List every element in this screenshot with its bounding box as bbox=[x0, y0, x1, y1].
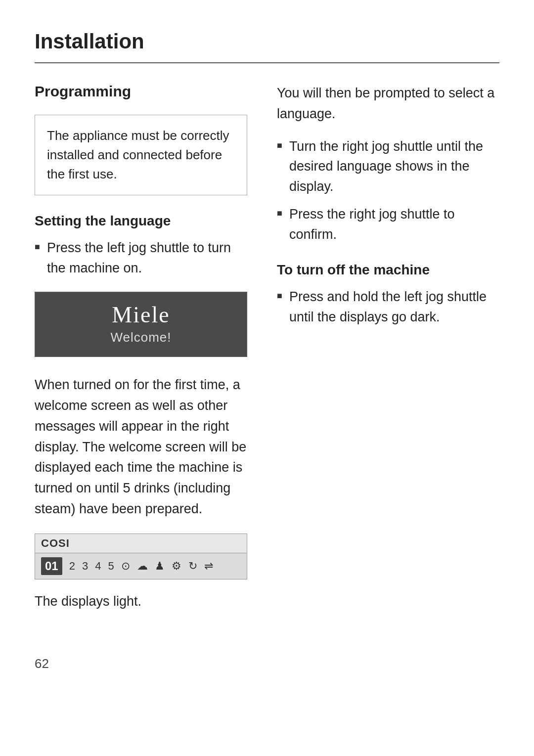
page-number: 62 bbox=[35, 656, 49, 671]
miele-display-screen: Miele Welcome! bbox=[35, 292, 247, 357]
bullet-press-left-jog: ■ Press the left jog shuttle to turn the… bbox=[35, 238, 247, 278]
bullet-square-icon: ■ bbox=[35, 240, 40, 254]
cosi-active-item: 01 bbox=[41, 557, 62, 575]
content-layout: Programming The appliance must be correc… bbox=[35, 83, 499, 626]
cosi-bottom-bar: 01 2 3 4 5 ⊙ ☁ ♟ ⚙ ↻ ⇌ bbox=[35, 553, 247, 579]
right-intro-text: You will then be prompted to select a la… bbox=[277, 83, 499, 125]
body-paragraph: When turned on for the first time, a wel… bbox=[35, 375, 247, 520]
notice-box: The appliance must be correctly installe… bbox=[35, 115, 247, 195]
bullet-square-icon-r2: ■ bbox=[277, 207, 282, 220]
bullet-turn-off: ■ Press and hold the left jog shuttle un… bbox=[277, 287, 499, 327]
display-brand-text: Miele bbox=[112, 302, 170, 328]
cosi-power-icon: ⊙ bbox=[121, 560, 130, 573]
cosi-item-5: 5 bbox=[108, 560, 114, 573]
turn-off-title: To turn off the machine bbox=[277, 262, 499, 278]
cosi-top-label: COSI bbox=[35, 534, 247, 553]
setting-language-title: Setting the language bbox=[35, 213, 247, 229]
section-title: Programming bbox=[35, 83, 247, 100]
cosi-steam-icon: ☁ bbox=[137, 560, 148, 573]
bullet-right-jog-turn: ■ Turn the right jog shuttle until the d… bbox=[277, 136, 499, 197]
bullet-square-icon-r1: ■ bbox=[277, 139, 282, 152]
displays-light-text: The displays light. bbox=[35, 591, 247, 612]
section-divider bbox=[35, 62, 499, 63]
notice-text: The appliance must be correctly installe… bbox=[47, 128, 229, 181]
bullet-right-jog-press: ■ Press the right jog shuttle to confirm… bbox=[277, 204, 499, 244]
bullet-text-1: Press the left jog shuttle to turn the m… bbox=[47, 238, 247, 278]
right-column: You will then be prompted to select a la… bbox=[277, 83, 499, 626]
cosi-grinder-icon: ⚙ bbox=[172, 560, 181, 573]
cosi-item-3: 3 bbox=[82, 560, 88, 573]
cosi-person-icon: ♟ bbox=[155, 560, 165, 573]
left-column: Programming The appliance must be correc… bbox=[35, 83, 247, 626]
bullet-text-r2: Press the right jog shuttle to confirm. bbox=[289, 204, 499, 244]
cosi-rinse-icon: ↻ bbox=[188, 560, 197, 573]
cosi-item-2: 2 bbox=[69, 560, 75, 573]
display-welcome-text: Welcome! bbox=[110, 330, 171, 345]
cosi-item-4: 4 bbox=[95, 560, 101, 573]
cosi-display: COSI 01 2 3 4 5 ⊙ ☁ ♟ ⚙ ↻ ⇌ bbox=[35, 534, 247, 579]
bullet-text-r1: Turn the right jog shuttle until the des… bbox=[289, 136, 499, 197]
bullet-text-r3: Press and hold the left jog shuttle unti… bbox=[289, 287, 499, 327]
page-title: Installation bbox=[35, 30, 499, 53]
bullet-square-icon-r3: ■ bbox=[277, 289, 282, 303]
cosi-settings-icon: ⇌ bbox=[204, 560, 213, 573]
